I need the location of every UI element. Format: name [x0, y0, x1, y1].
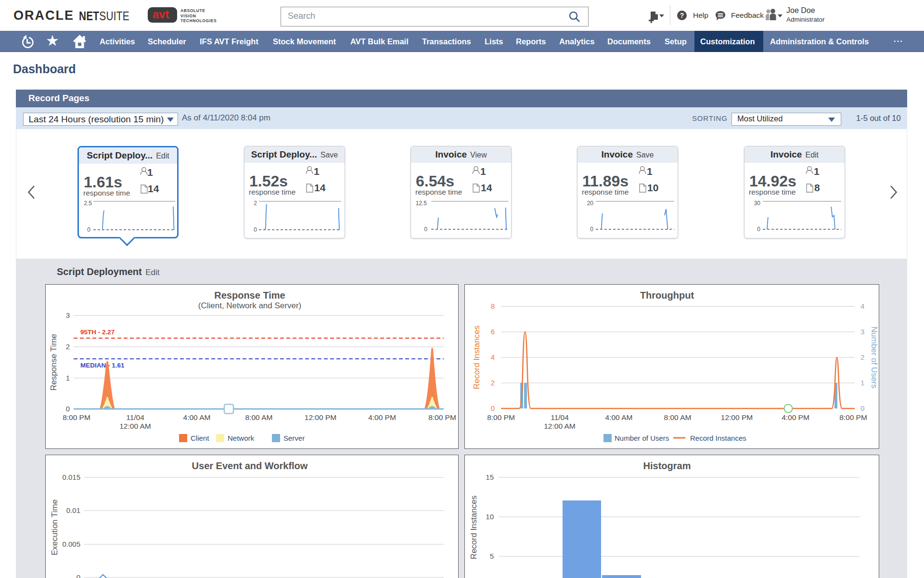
svg-text:4: 4 [860, 302, 864, 310]
svg-text:15: 15 [486, 473, 494, 481]
svg-text:User Event and Workflow: User Event and Workflow [192, 460, 308, 471]
svg-text:2: 2 [491, 379, 495, 387]
svg-text:0: 0 [424, 226, 427, 233]
svg-text:12:00 PM: 12:00 PM [305, 413, 336, 421]
svg-text:Response Time: Response Time [214, 290, 285, 301]
svg-text:8:00 PM: 8:00 PM [839, 413, 867, 421]
svg-text:6: 6 [491, 328, 495, 336]
svg-text:1: 1 [860, 379, 864, 387]
svg-text:4:00 AM: 4:00 AM [183, 413, 211, 421]
svg-text:2: 2 [254, 200, 257, 207]
svg-text:Server: Server [283, 434, 305, 442]
svg-text:3: 3 [66, 311, 70, 319]
svg-text:11/04: 11/04 [551, 413, 569, 421]
svg-text:0: 0 [757, 226, 760, 233]
svg-text:0.015: 0.015 [62, 473, 80, 481]
svg-text:Response Time: Response Time [49, 334, 58, 391]
svg-text:8:00 PM: 8:00 PM [63, 413, 90, 421]
svg-text:MEDIAN - 1.61: MEDIAN - 1.61 [80, 362, 125, 369]
svg-text:0: 0 [254, 226, 257, 233]
svg-text:11/04: 11/04 [126, 413, 144, 421]
svg-text:0: 0 [87, 226, 90, 233]
svg-text:Record Instances: Record Instances [469, 496, 478, 559]
svg-text:12:00 AM: 12:00 AM [544, 422, 576, 430]
svg-text:3: 3 [860, 328, 864, 336]
svg-text:Number of Users: Number of Users [615, 434, 669, 442]
svg-text:8:00 AM: 8:00 AM [664, 413, 692, 421]
svg-text:12:00 AM: 12:00 AM [119, 422, 151, 430]
svg-text:Client: Client [191, 434, 209, 442]
svg-text:4:00 PM: 4:00 PM [368, 413, 396, 421]
svg-text:95TH - 2.27: 95TH - 2.27 [80, 328, 115, 336]
svg-text:(Client, Network and Server): (Client, Network and Server) [198, 301, 301, 310]
svg-text:Execution Time: Execution Time [50, 499, 59, 555]
svg-text:8: 8 [491, 302, 495, 310]
svg-text:0: 0 [77, 573, 80, 578]
svg-text:0: 0 [590, 226, 593, 233]
svg-text:8:00 PM: 8:00 PM [428, 413, 456, 421]
svg-text:2.5: 2.5 [84, 200, 92, 207]
svg-text:2: 2 [860, 353, 864, 361]
svg-text:30: 30 [754, 200, 761, 207]
svg-text:Record Instances: Record Instances [690, 434, 746, 442]
svg-text:5: 5 [490, 552, 494, 560]
svg-text:20: 20 [587, 200, 594, 207]
svg-text:10: 10 [486, 512, 494, 521]
svg-text:Number of Users: Number of Users [870, 327, 879, 388]
svg-text:12.5: 12.5 [416, 200, 427, 207]
svg-text:4:00 AM: 4:00 AM [605, 413, 633, 421]
svg-text:0: 0 [491, 404, 495, 412]
svg-text:8:00 PM: 8:00 PM [487, 413, 515, 421]
svg-text:Network: Network [228, 434, 255, 442]
svg-text:0.01: 0.01 [66, 506, 80, 514]
svg-text:0.005: 0.005 [62, 540, 80, 548]
svg-text:0: 0 [860, 404, 864, 412]
svg-text:1: 1 [66, 374, 70, 382]
svg-text:12:00 PM: 12:00 PM [721, 413, 753, 421]
svg-text:Throughput: Throughput [640, 290, 694, 301]
svg-text:Histogram: Histogram [643, 460, 691, 471]
svg-text:2: 2 [66, 342, 70, 351]
svg-text:4: 4 [491, 353, 495, 361]
svg-text:Record Instances: Record Instances [472, 326, 481, 389]
svg-text:8:00 AM: 8:00 AM [245, 413, 273, 421]
svg-text:4:00 PM: 4:00 PM [782, 413, 809, 421]
svg-text:0: 0 [66, 405, 70, 413]
